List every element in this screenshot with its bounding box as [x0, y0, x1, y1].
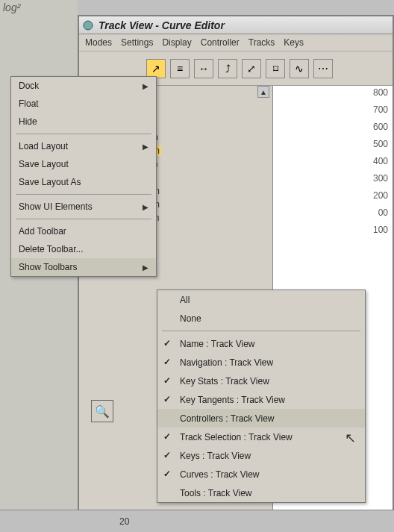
- sub-none[interactable]: None: [157, 309, 365, 328]
- tool-filter-icon[interactable]: ≡: [170, 59, 190, 78]
- sub-controllers[interactable]: Controllers : Track View: [157, 409, 365, 428]
- tool-tangent-icon[interactable]: ∿: [290, 59, 309, 78]
- ruler-val: 500: [373, 139, 388, 149]
- value-ruler: 800 700 600 500 400 300 200 00 100: [273, 87, 393, 235]
- ctx-load-layout[interactable]: Load Layout▶: [11, 137, 156, 155]
- sub-tools[interactable]: Tools : Track View: [157, 484, 365, 502]
- scroll-up-icon[interactable]: ▲: [257, 86, 269, 98]
- menu-modes[interactable]: Modes: [85, 37, 112, 48]
- context-menu: Dock▶ Float Hide Load Layout▶ Save Layou…: [10, 76, 157, 277]
- ruler-val: 100: [373, 225, 388, 235]
- tool-move-keys-icon[interactable]: ↔: [194, 59, 213, 78]
- check-icon: ✓: [163, 450, 171, 460]
- ctx-show-ui[interactable]: Show UI Elements▶: [11, 198, 156, 216]
- separator: [16, 134, 151, 134]
- menu-display[interactable]: Display: [162, 37, 191, 48]
- chevron-right-icon: ▶: [143, 203, 148, 211]
- chevron-right-icon: ▶: [143, 143, 148, 151]
- svg-point-0: [84, 21, 93, 30]
- titlebar[interactable]: Track View - Curve Editor: [79, 16, 393, 34]
- check-icon: ✓: [163, 394, 171, 404]
- sub-all[interactable]: All: [157, 290, 365, 309]
- tool-snap-icon[interactable]: ⌑: [266, 59, 285, 78]
- check-icon: ✓: [163, 357, 171, 367]
- status-bar: 20: [0, 510, 394, 532]
- ctx-save-layout[interactable]: Save Layout: [11, 155, 156, 173]
- ctx-float[interactable]: Float: [11, 95, 156, 113]
- tool-slide-keys-icon[interactable]: ⤴: [218, 59, 237, 78]
- separator: [16, 219, 151, 219]
- ruler-val: 00: [378, 207, 388, 218]
- status-frame: 20: [119, 516, 129, 527]
- sub-track-selection[interactable]: ✓Track Selection : Track View: [157, 428, 365, 446]
- menu-settings[interactable]: Settings: [121, 37, 153, 48]
- menu-controller[interactable]: Controller: [201, 37, 240, 48]
- tool-more-icon[interactable]: ⋯: [313, 59, 333, 78]
- ruler-val: 300: [373, 173, 388, 184]
- ctx-add-toolbar[interactable]: Add Toolbar: [11, 222, 156, 240]
- separator: [16, 194, 151, 195]
- sub-curves[interactable]: ✓Curves : Track View: [157, 465, 365, 484]
- ctx-delete-toolbar[interactable]: Delete Toolbar...: [11, 240, 156, 258]
- ruler-val: 400: [373, 156, 388, 166]
- zoom-icon[interactable]: 🔍: [91, 400, 113, 422]
- check-icon: ✓: [163, 338, 171, 348]
- sub-keys[interactable]: ✓Keys : Track View: [157, 446, 365, 465]
- ruler-val: 200: [373, 190, 388, 201]
- ctx-show-toolbars[interactable]: Show Toolbars▶: [11, 258, 156, 276]
- sub-key-stats[interactable]: ✓Key Stats : Track View: [157, 372, 365, 390]
- menu-tracks[interactable]: Tracks: [248, 37, 275, 48]
- check-icon: ✓: [163, 375, 171, 386]
- tool-scale-keys-icon[interactable]: ⤢: [242, 59, 261, 78]
- show-toolbars-submenu: All None ✓Name : Track View ✓Navigation …: [157, 290, 366, 503]
- check-icon: ✓: [163, 469, 171, 479]
- ruler-val: 700: [373, 104, 388, 115]
- menubar: Modes Settings Display Controller Tracks…: [79, 34, 393, 51]
- ruler-val: 800: [373, 87, 388, 98]
- ctx-dock[interactable]: Dock▶: [11, 77, 156, 95]
- window-title: Track View - Curve Editor: [98, 19, 225, 31]
- sub-navigation[interactable]: ✓Navigation : Track View: [157, 353, 365, 372]
- sub-name[interactable]: ✓Name : Track View: [157, 334, 365, 353]
- ctx-save-layout-as[interactable]: Save Layout As: [11, 173, 156, 191]
- ctx-hide[interactable]: Hide: [11, 113, 156, 131]
- chevron-right-icon: ▶: [143, 263, 148, 272]
- menu-keys[interactable]: Keys: [284, 37, 304, 48]
- ruler-val: 600: [373, 122, 388, 132]
- sub-key-tangents[interactable]: ✓Key Tangents : Track View: [157, 390, 365, 409]
- check-icon: ✓: [163, 431, 171, 442]
- window-icon: [82, 19, 94, 31]
- app-logo-text: log²: [3, 1, 20, 13]
- separator: [162, 331, 360, 331]
- mouse-cursor-icon: ↖: [345, 430, 356, 446]
- chevron-right-icon: ▶: [143, 82, 148, 90]
